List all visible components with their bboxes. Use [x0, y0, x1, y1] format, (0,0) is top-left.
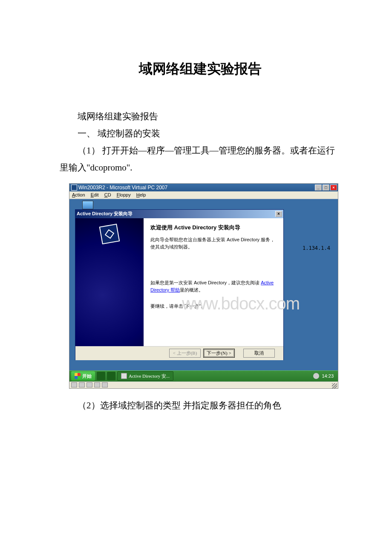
- status-icon-5: [102, 382, 108, 387]
- status-icon-3: [86, 382, 92, 387]
- wizard-heading: 欢迎使用 Active Directory 安装向导: [150, 224, 277, 231]
- menu-edit[interactable]: Edit: [91, 192, 99, 197]
- vm-title-text: Win2003R2 - Microsoft Virtual PC 2007: [78, 185, 167, 191]
- menu-floppy[interactable]: Floppy: [117, 192, 131, 197]
- app-icon: [71, 185, 77, 191]
- windows-logo-icon: [75, 373, 81, 379]
- taskbar: 开始 Active Directory 安... 14:23: [69, 370, 338, 382]
- menu-action[interactable]: Action: [72, 192, 85, 197]
- paragraph-step-2: （2）选择域控制器的类型 并指定服务器担任的角色: [60, 397, 341, 414]
- wizard-hint1-pre: 如果您是第一次安装 Active Directory，建议您先阅读: [150, 280, 261, 285]
- start-label: 开始: [82, 373, 92, 379]
- tray-icon[interactable]: [313, 373, 319, 379]
- resize-grip-icon[interactable]: [332, 383, 337, 388]
- close-button[interactable]: ×: [330, 185, 337, 191]
- paragraph-step-1: （1） 打开开始—程序—管理工具—管理您的服务器。或者在运行里输入"dcopro…: [60, 142, 341, 176]
- maximize-button[interactable]: □: [323, 185, 329, 191]
- taskbar-item-icon: [121, 373, 127, 379]
- vm-status-bar: [69, 382, 338, 388]
- quick-launch-icon-2[interactable]: [107, 372, 115, 380]
- wizard-description: 此向导会帮助您在这台服务器上安装 Active Directory 服务，使其成…: [150, 236, 277, 250]
- wizard-content: 欢迎使用 Active Directory 安装向导 此向导会帮助您在这台服务器…: [144, 218, 283, 346]
- next-button[interactable]: 下一步(N) >: [203, 349, 235, 358]
- wizard-footer: < 上一步(B) 下一步(N) > 取消: [75, 346, 283, 360]
- wizard-titlebar: Active Directory 安装向导 ×: [75, 210, 283, 218]
- cancel-button[interactable]: 取消: [243, 349, 275, 358]
- paragraph-section-1: 一、 域控制器的安装: [60, 125, 341, 142]
- ad-wizard-dialog: Active Directory 安装向导 × 欢迎使用 Active Dire…: [75, 209, 284, 360]
- taskbar-item-label: Active Directory 安...: [129, 373, 170, 379]
- virtual-pc-window: Win2003R2 - Microsoft Virtual PC 2007 _ …: [69, 183, 338, 389]
- clock: 14:23: [322, 373, 334, 379]
- status-icon-4: [94, 382, 100, 387]
- vm-titlebar: Win2003R2 - Microsoft Virtual PC 2007 _ …: [69, 184, 338, 191]
- wizard-sidebar-icon: [99, 223, 120, 244]
- start-button[interactable]: 开始: [71, 371, 95, 381]
- status-icon-2: [79, 382, 85, 387]
- vm-menu-bar: Action Edit CD Floppy Help: [69, 191, 338, 199]
- status-icon-1: [71, 382, 77, 387]
- back-button: < 上一步(B): [169, 349, 201, 358]
- quick-launch-icon-1[interactable]: [97, 372, 105, 380]
- doc-title: 域网络组建实验报告: [60, 60, 341, 78]
- paragraph-intro: 域网络组建实验报告: [60, 108, 341, 125]
- wizard-close-button[interactable]: ×: [275, 211, 282, 217]
- system-tray: 14:23: [311, 373, 336, 379]
- minimize-button[interactable]: _: [315, 185, 322, 191]
- ip-address-label: 1.134.1.4: [303, 245, 330, 251]
- vm-desktop: 1.134.1.4 Active Directory 安装向导 × 欢迎使用 A…: [69, 199, 338, 388]
- menu-cd[interactable]: CD: [104, 192, 111, 197]
- desktop-icon[interactable]: [82, 201, 93, 209]
- wizard-hint-2: 要继续，请单击"下一步"。: [150, 303, 277, 310]
- wizard-hint1-post: 里的概述。: [180, 287, 203, 292]
- taskbar-item-wizard[interactable]: Active Directory 安...: [117, 371, 173, 381]
- wizard-sidebar: [75, 218, 144, 346]
- wizard-hint-1: 如果您是第一次安装 Active Directory，建议您先阅读 Active…: [150, 279, 277, 293]
- menu-help[interactable]: Help: [136, 192, 146, 197]
- wizard-title-text: Active Directory 安装向导: [77, 211, 133, 217]
